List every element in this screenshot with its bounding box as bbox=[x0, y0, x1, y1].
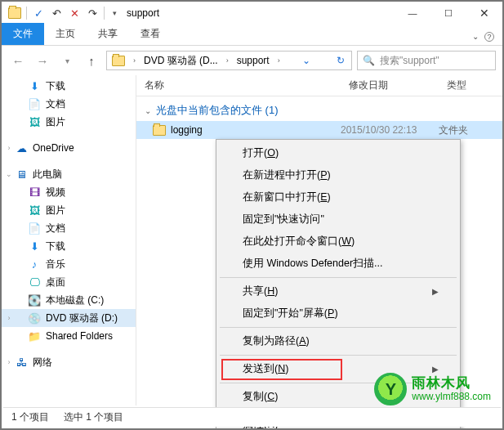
nav-localdisk[interactable]: 💽本地磁盘 (C:) bbox=[2, 291, 136, 309]
chevron-right-icon[interactable]: › bbox=[5, 144, 13, 152]
separator bbox=[26, 7, 27, 20]
title-bar: ✓ ↶ ✕ ↷ ▾ support — ☐ ✕ bbox=[2, 2, 502, 25]
address-row: ← → ▾ ↑ › DVD 驱动器 (D... › support › ⌄ ↻ … bbox=[2, 46, 502, 75]
file-date: 2015/10/30 22:13 bbox=[341, 124, 439, 136]
breadcrumb-segment[interactable]: DVD 驱动器 (D... bbox=[139, 52, 223, 69]
pc-icon: 🖥 bbox=[15, 168, 28, 181]
ribbon-expand-icon[interactable]: ⌄ ? bbox=[464, 29, 502, 45]
maximize-button[interactable]: ☐ bbox=[430, 2, 466, 25]
nav-shared[interactable]: 📁Shared Folders bbox=[2, 327, 136, 345]
folder-icon bbox=[8, 7, 21, 19]
status-bar: 1 个项目 选中 1 个项目 bbox=[3, 407, 501, 427]
cm-defender-scan[interactable]: 使用 Windows Defender扫描... bbox=[218, 253, 458, 275]
nav-back-button[interactable]: ← bbox=[8, 51, 28, 70]
nav-downloads2[interactable]: ⬇下载 bbox=[2, 237, 136, 255]
video-icon: 🎞 bbox=[28, 186, 41, 199]
highlight-box bbox=[221, 359, 342, 380]
chevron-down-icon[interactable]: ⌄ bbox=[145, 106, 151, 115]
dvd-icon: 💿 bbox=[28, 311, 41, 325]
address-bar[interactable]: › DVD 驱动器 (D... › support › ⌄ ↻ bbox=[106, 51, 352, 70]
nav-onedrive[interactable]: ›☁OneDrive bbox=[2, 139, 136, 157]
chevron-right-icon[interactable]: › bbox=[223, 56, 232, 65]
nav-desktop[interactable]: 🖵桌面 bbox=[2, 273, 136, 291]
tab-file[interactable]: 文件 bbox=[2, 23, 44, 45]
nav-dvd[interactable]: ›💿DVD 驱动器 (D:) bbox=[2, 309, 136, 327]
nav-documents[interactable]: 📄文档 bbox=[2, 95, 136, 113]
watermark-logo: Y bbox=[374, 373, 407, 405]
status-selected-count: 选中 1 个项目 bbox=[64, 410, 123, 424]
nav-forward-button: → bbox=[33, 51, 52, 70]
picture-icon: 🖼 bbox=[28, 204, 41, 217]
folder-icon bbox=[153, 125, 166, 136]
cm-pin-start[interactable]: 固定到"开始"屏幕(P) bbox=[218, 302, 458, 325]
quick-access-toolbar: ✓ ↶ ✕ ↷ ▾ bbox=[2, 7, 120, 20]
chevron-right-icon[interactable]: › bbox=[274, 56, 283, 65]
cm-share[interactable]: 共享(H)▶ bbox=[218, 280, 458, 302]
chevron-down-icon[interactable]: ⌄ bbox=[5, 170, 13, 178]
column-type[interactable]: 类型 bbox=[439, 78, 502, 92]
disk-icon: 💽 bbox=[28, 293, 41, 307]
cm-pin-quick-access[interactable]: 固定到"快速访问" bbox=[218, 208, 458, 231]
music-icon: ♪ bbox=[28, 258, 41, 271]
tab-share[interactable]: 共享 bbox=[87, 23, 129, 45]
delete-icon[interactable]: ✕ bbox=[68, 7, 81, 20]
nav-network[interactable]: ›🖧网络 bbox=[2, 353, 136, 371]
download-icon: ⬇ bbox=[28, 79, 41, 92]
cm-copy-as-path[interactable]: 复制为路径(A) bbox=[218, 330, 458, 352]
checkmark-icon[interactable]: ✓ bbox=[32, 7, 45, 20]
menu-separator bbox=[220, 277, 457, 278]
refresh-icon[interactable]: ↻ bbox=[330, 55, 351, 66]
picture-icon: 🖼 bbox=[28, 115, 41, 128]
qa-dropdown-icon[interactable]: ▾ bbox=[109, 9, 120, 17]
watermark: Y 雨林木风 www.ylmf888.com bbox=[374, 373, 491, 405]
close-button[interactable]: ✕ bbox=[466, 2, 502, 25]
tab-view[interactable]: 查看 bbox=[129, 23, 172, 45]
nav-videos[interactable]: 🎞视频 bbox=[2, 183, 136, 201]
nav-downloads[interactable]: ⬇下载 bbox=[2, 77, 136, 95]
chevron-right-icon[interactable]: › bbox=[130, 56, 139, 65]
nav-recent-dropdown[interactable]: ▾ bbox=[57, 51, 77, 70]
separator bbox=[104, 7, 105, 20]
group-header[interactable]: ⌄ 光盘中当前包含的文件 (1) bbox=[136, 96, 502, 121]
document-icon: 📄 bbox=[28, 222, 41, 235]
search-input[interactable]: 🔍 搜索"support" bbox=[357, 51, 496, 70]
navigation-pane: ⬇下载 📄文档 🖼图片 ›☁OneDrive ⌄🖥此电脑 🎞视频 🖼图片 📄文档… bbox=[2, 75, 136, 405]
nav-music[interactable]: ♪音乐 bbox=[2, 255, 136, 273]
tab-home[interactable]: 主页 bbox=[44, 23, 87, 45]
menu-separator bbox=[220, 327, 457, 328]
redo-icon[interactable]: ↷ bbox=[86, 7, 99, 20]
address-dropdown-icon[interactable]: ⌄ bbox=[296, 55, 317, 66]
nav-thispc[interactable]: ⌄🖥此电脑 bbox=[2, 165, 136, 183]
undo-icon[interactable]: ↶ bbox=[50, 7, 63, 20]
nav-documents2[interactable]: 📄文档 bbox=[2, 219, 136, 237]
search-placeholder: 搜索"support" bbox=[380, 54, 439, 68]
nav-pictures[interactable]: 🖼图片 bbox=[2, 113, 136, 131]
network-icon: 🖧 bbox=[15, 356, 28, 369]
nav-pictures2[interactable]: 🖼图片 bbox=[2, 201, 136, 219]
file-name: logging bbox=[171, 124, 203, 136]
search-icon: 🔍 bbox=[363, 55, 375, 66]
chevron-right-icon[interactable]: › bbox=[5, 358, 13, 366]
column-name[interactable]: 名称 bbox=[136, 78, 341, 92]
nav-up-button[interactable]: ↑ bbox=[82, 51, 101, 70]
cm-open-cmd-here[interactable]: 在此处打开命令窗口(W) bbox=[218, 231, 458, 253]
watermark-url: www.ylmf888.com bbox=[412, 392, 491, 402]
chevron-right-icon: ▶ bbox=[432, 287, 439, 296]
window-controls: — ☐ ✕ bbox=[395, 2, 502, 25]
file-row[interactable]: logging 2015/10/30 22:13 文件夹 bbox=[136, 121, 502, 139]
chevron-right-icon[interactable]: › bbox=[5, 314, 13, 322]
shared-folder-icon: 📁 bbox=[28, 329, 41, 343]
minimize-button[interactable]: — bbox=[395, 2, 430, 25]
breadcrumb-segment[interactable]: support bbox=[232, 52, 274, 69]
cm-open-new-process[interactable]: 在新进程中打开(P) bbox=[218, 164, 458, 186]
desktop-icon: 🖵 bbox=[28, 275, 41, 289]
cm-open[interactable]: 打开(O) bbox=[218, 142, 458, 164]
document-icon: 📄 bbox=[28, 97, 41, 110]
download-icon: ⬇ bbox=[28, 240, 41, 253]
cm-open-new-window[interactable]: 在新窗口中打开(E) bbox=[218, 186, 458, 208]
cloud-icon: ☁ bbox=[15, 141, 28, 155]
window-title: support bbox=[127, 7, 159, 19]
file-type: 文件夹 bbox=[439, 123, 468, 137]
column-headers: 名称 修改日期 类型 bbox=[136, 75, 502, 96]
column-date[interactable]: 修改日期 bbox=[341, 78, 439, 92]
